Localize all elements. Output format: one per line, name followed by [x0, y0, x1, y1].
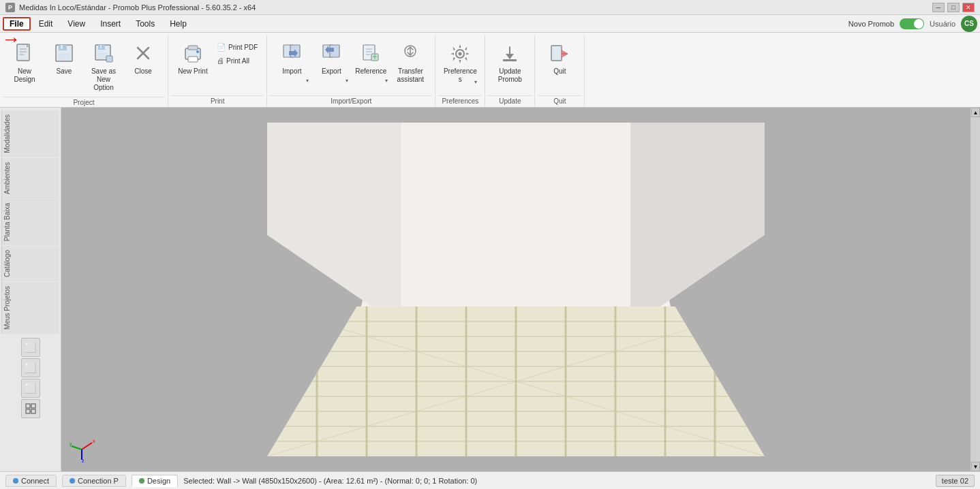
preferences-icon	[448, 42, 472, 66]
print-small-buttons: 📄 Print PDF 🖨 Print All	[213, 38, 261, 67]
close-button[interactable]: ✕	[962, 3, 975, 12]
floor-grid	[267, 306, 765, 456]
ribbon: New Design Save Save as New Option Close	[0, 33, 980, 108]
ribbon-group-import-export: Import Export Reference Transfer assista…	[267, 35, 435, 107]
svg-rect-7	[61, 45, 63, 49]
preferences-group-label: Preferences	[438, 95, 482, 107]
status-tab-connect[interactable]: Connect	[5, 475, 57, 487]
svg-rect-36	[551, 46, 562, 61]
save-button[interactable]: Save	[45, 38, 83, 86]
menu-item-edit[interactable]: Edit	[32, 17, 60, 31]
reference-button[interactable]: Reference	[352, 38, 390, 86]
right-wall	[630, 123, 765, 327]
sidebar-tools: Modalidades Ambientes Planta Baixa Catál…	[0, 108, 61, 471]
print-pdf-button[interactable]: 📄 Print PDF	[213, 41, 261, 54]
svg-rect-11	[100, 45, 102, 48]
axis-indicator: x y z	[68, 436, 95, 464]
quit-button[interactable]: Quit	[540, 38, 579, 86]
conection-p-tab-label: Conection P	[78, 477, 119, 485]
import-icon	[279, 42, 304, 66]
import-button[interactable]: Import	[273, 38, 311, 86]
new-print-icon	[181, 42, 205, 66]
window-title: Medidas In Loco/Estándar - Promob Plus P…	[19, 3, 256, 12]
new-print-label: New Print	[178, 67, 207, 76]
ribbon-group-quit: Quit Quit	[535, 35, 585, 107]
sidebar-section-ambientes[interactable]: Ambientes	[1, 158, 59, 198]
print-all-icon: 🖨	[217, 57, 224, 65]
maximize-button[interactable]: □	[947, 3, 960, 12]
teste02-button[interactable]: teste 02	[936, 475, 975, 487]
export-label: Export	[322, 67, 341, 76]
save-label: Save	[57, 67, 72, 76]
menu-item-tools[interactable]: Tools	[129, 17, 162, 31]
preferences-button[interactable]: Preferences	[441, 38, 479, 87]
new-design-label: New Design	[7, 67, 42, 84]
main-area: Modalidades Ambientes Planta Baixa Catál…	[0, 108, 980, 471]
reference-label: Reference	[355, 67, 386, 76]
close-button-ribbon[interactable]: Close	[124, 38, 162, 86]
quit-label: Quit	[553, 67, 566, 76]
ribbon-group-update: Update Promob Update	[485, 35, 535, 107]
svg-text:z: z	[82, 458, 85, 463]
print-group-label: Print	[171, 95, 264, 107]
floor	[267, 306, 765, 456]
status-tab-design[interactable]: Design	[132, 475, 178, 487]
print-all-label: Print All	[226, 57, 249, 65]
new-print-button[interactable]: New Print	[174, 38, 212, 86]
sidebar-section-modalities[interactable]: Modalidades	[1, 110, 59, 157]
scroll-track	[971, 117, 980, 462]
design-tab-dot	[139, 478, 144, 484]
connect-tab-dot	[13, 478, 18, 484]
scroll-down-button[interactable]: ▼	[971, 462, 980, 471]
usuario-label: Usuário	[930, 20, 955, 28]
transfer-assistant-button[interactable]: Transfer assistant	[391, 38, 429, 87]
svg-line-63	[72, 446, 82, 449]
sidebar-tool-4[interactable]	[21, 399, 40, 418]
sidebar-tool-1[interactable]: ⬜	[21, 338, 40, 357]
menu-item-help[interactable]: Help	[163, 17, 194, 31]
status-bar: Connect Conection P Design Selected: Wal…	[0, 471, 980, 489]
conection-p-tab-dot	[70, 478, 75, 484]
connect-tab-label: Connect	[21, 477, 49, 485]
svg-point-34	[459, 52, 462, 56]
import-export-group-label: Import/Export	[270, 95, 432, 107]
status-right: teste 02	[936, 475, 975, 487]
sidebar-tool-2[interactable]: ⬜	[21, 358, 40, 377]
transfer-assistant-label: Transfer assistant	[393, 67, 427, 84]
sidebar-section-catalogo[interactable]: Catálogo	[1, 246, 59, 281]
import-label: Import	[282, 67, 301, 76]
svg-rect-8	[58, 53, 70, 60]
scroll-up-button[interactable]: ▲	[971, 108, 980, 117]
left-sidebar: Modalidades Ambientes Planta Baixa Catál…	[0, 108, 61, 471]
save-as-new-option-button[interactable]: Save as New Option	[85, 38, 123, 95]
svg-text:y: y	[70, 441, 72, 447]
sidebar-tool-3[interactable]: ⬜	[21, 379, 40, 398]
save-as-new-option-icon	[91, 42, 116, 66]
print-all-button[interactable]: 🖨 Print All	[213, 54, 261, 67]
preferences-label: Preferences	[443, 67, 477, 84]
status-tab-conection-p[interactable]: Conection P	[62, 475, 126, 487]
menu-item-insert[interactable]: Insert	[93, 17, 127, 31]
novo-promob-label: Novo Promob	[848, 20, 894, 28]
svg-rect-17	[188, 46, 198, 50]
sidebar-section-meus-projetos[interactable]: Meus Projetos	[1, 282, 59, 334]
save-icon	[52, 42, 76, 66]
update-promob-button[interactable]: Update Promob	[491, 38, 529, 87]
svg-rect-38	[26, 404, 30, 408]
svg-rect-18	[188, 57, 198, 62]
sidebar-section-planta-baixa[interactable]: Planta Baixa	[1, 199, 59, 245]
window-controls: ─ □ ✕	[932, 3, 975, 12]
quit-icon	[547, 42, 572, 66]
menu-bar-right: Novo Promob Usuário CS	[848, 16, 977, 32]
minimize-button[interactable]: ─	[932, 3, 945, 12]
right-scrollbar: ▲ ▼	[970, 108, 980, 471]
menu-item-view[interactable]: View	[61, 17, 92, 31]
svg-line-62	[82, 443, 92, 449]
title-bar: P Medidas In Loco/Estándar - Promob Plus…	[0, 0, 980, 15]
update-promob-label: Update Promob	[493, 67, 527, 84]
viewport[interactable]: x y z	[61, 108, 970, 471]
novo-promob-toggle[interactable]	[900, 18, 924, 29]
red-arrow-annotation: →	[1, 29, 20, 50]
export-button[interactable]: Export	[312, 38, 350, 86]
user-avatar[interactable]: CS	[961, 16, 977, 32]
